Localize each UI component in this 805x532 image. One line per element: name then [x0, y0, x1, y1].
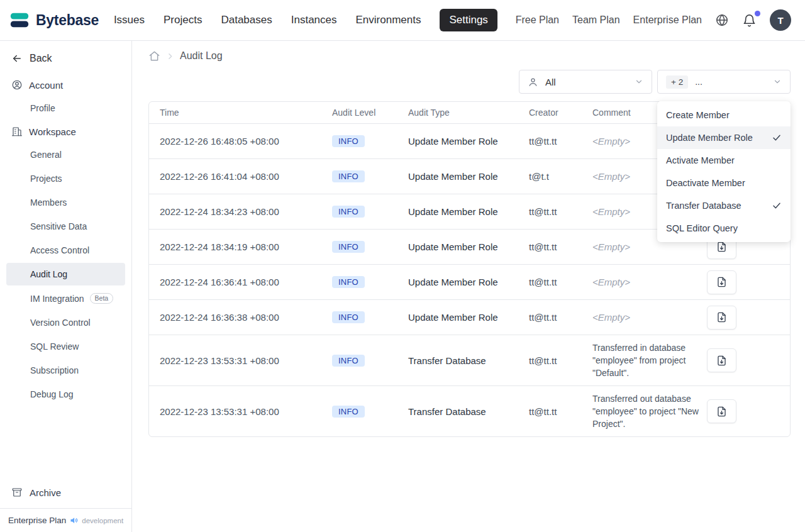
menu-item-label: Create Member — [666, 110, 730, 120]
column-header-audit-type: Audit Type — [408, 108, 529, 118]
audit-creator: tt@tt.tt — [529, 312, 592, 323]
audit-level-badge: INFO — [332, 355, 365, 367]
sidebar-item-access-control[interactable]: Access Control — [6, 239, 125, 262]
audit-creator: tt@tt.tt — [529, 241, 592, 252]
archive-label: Archive — [30, 487, 61, 498]
language-translate-icon[interactable] — [715, 13, 729, 27]
document-export-icon — [716, 241, 728, 253]
sidebar-item-projects[interactable]: Projects — [6, 167, 125, 190]
type-filter-tag: + 2 — [666, 75, 688, 89]
section-header-workspace: Workspace — [6, 120, 125, 143]
audit-level-badge: INFO — [332, 276, 365, 288]
back-button[interactable]: Back — [6, 48, 125, 74]
account-section-label: Account — [29, 80, 63, 91]
app-root: Bytebase Issues Projects Databases Insta… — [0, 0, 805, 532]
bytebase-logo-text: Bytebase — [36, 12, 99, 29]
audit-creator: tt@tt.tt — [529, 406, 592, 417]
audit-type-filter-select[interactable]: + 2 ... — [657, 70, 791, 94]
bytebase-logo[interactable]: Bytebase — [9, 9, 99, 31]
audit-comment: Transferred out database "employee" to p… — [592, 386, 707, 436]
environment-mode-label: development — [82, 517, 123, 524]
creator-filter-select[interactable]: All — [519, 70, 652, 94]
nav-item-instances[interactable]: Instances — [291, 14, 337, 26]
settings-sidebar: Back Account Profile — [0, 41, 132, 532]
breadcrumb-current: Audit Log — [180, 50, 223, 62]
nav-item-databases[interactable]: Databases — [221, 14, 272, 26]
menu-item-activate-member[interactable]: Activate Member — [657, 149, 791, 172]
menu-item-label: SQL Editor Query — [666, 223, 738, 233]
audit-time: 2022-12-24 16:36:38 +08:00 — [160, 312, 332, 323]
audit-creator: tt@tt.tt — [529, 206, 592, 217]
im-integration-label: IM Integration — [30, 294, 84, 304]
audit-time: 2022-12-23 13:53:31 +08:00 — [160, 406, 332, 417]
breadcrumb-chevron-icon — [166, 52, 174, 60]
section-header-account: Account — [6, 74, 125, 96]
export-row-button[interactable] — [707, 348, 736, 372]
audit-comment: <Empty> — [592, 270, 707, 295]
export-row-button[interactable] — [707, 399, 736, 423]
sidebar-item-subscription[interactable]: Subscription — [6, 359, 125, 382]
filter-bar: All + 2 ... — [148, 70, 791, 94]
sidebar-item-profile[interactable]: Profile — [6, 97, 125, 119]
audit-level-badge: INFO — [332, 406, 365, 418]
sidebar-item-sensitive-data[interactable]: Sensitive Data — [6, 215, 125, 238]
menu-item-update-member-role[interactable]: Update Member Role — [657, 126, 791, 149]
table-row: 2022-12-24 16:36:41 +08:00 INFO Update M… — [149, 265, 790, 300]
audit-comment: <Empty> — [592, 305, 707, 330]
check-icon — [772, 201, 782, 211]
team-plan-link[interactable]: Team Plan — [572, 14, 620, 26]
table-row: 2022-12-23 13:53:31 +08:00 INFO Transfer… — [149, 386, 790, 436]
type-filter-ellipsis: ... — [695, 77, 702, 87]
audit-time: 2022-12-24 16:36:41 +08:00 — [160, 277, 332, 287]
audit-time: 2022-12-24 18:34:19 +08:00 — [160, 241, 332, 252]
audit-time: 2022-12-26 16:48:05 +08:00 — [160, 136, 332, 147]
audit-type: Transfer Database — [408, 355, 529, 366]
audit-creator: t@t.t — [529, 171, 592, 182]
home-icon[interactable] — [148, 50, 160, 62]
enterprise-plan-link[interactable]: Enterprise Plan — [633, 14, 702, 26]
menu-item-deactivate-member[interactable]: Deactivate Member — [657, 172, 791, 194]
menu-item-transfer-database[interactable]: Transfer Database — [657, 194, 791, 217]
export-row-button[interactable] — [707, 306, 736, 330]
breadcrumb: Audit Log — [148, 48, 791, 64]
main-menu: Issues Projects Databases Instances Envi… — [114, 9, 497, 31]
audit-type: Update Member Role — [408, 136, 529, 147]
column-header-time: Time — [160, 108, 332, 118]
export-row-button[interactable] — [707, 270, 736, 294]
beta-badge: Beta — [90, 293, 114, 304]
document-export-icon — [716, 406, 728, 418]
menu-item-label: Deactivate Member — [666, 178, 745, 188]
nav-item-settings[interactable]: Settings — [440, 9, 497, 31]
user-avatar[interactable]: T — [770, 9, 791, 31]
menu-item-label: Update Member Role — [666, 133, 753, 143]
speaker-icon — [69, 516, 79, 525]
sidebar-item-members[interactable]: Members — [6, 191, 125, 214]
sidebar-item-audit-log[interactable]: Audit Log — [6, 263, 125, 285]
sidebar-item-sql-review[interactable]: SQL Review — [6, 335, 125, 358]
nav-item-issues[interactable]: Issues — [114, 14, 145, 26]
audit-type: Update Member Role — [408, 171, 529, 182]
notifications-bell-icon[interactable] — [742, 13, 757, 28]
sidebar-item-im-integration[interactable]: IM Integration Beta — [6, 287, 125, 310]
audit-creator: tt@tt.tt — [529, 136, 592, 147]
top-navbar: Bytebase Issues Projects Databases Insta… — [0, 0, 805, 41]
table-row: 2022-12-23 13:53:31 +08:00 INFO Transfer… — [149, 335, 790, 386]
nav-item-projects[interactable]: Projects — [164, 14, 202, 26]
audit-time: 2022-12-26 16:41:04 +08:00 — [160, 171, 332, 182]
audit-creator: tt@tt.tt — [529, 277, 592, 287]
audit-level-badge: INFO — [332, 206, 365, 218]
bytebase-logo-icon — [9, 9, 30, 31]
document-export-icon — [716, 276, 728, 288]
sidebar-item-debug-log[interactable]: Debug Log — [6, 383, 125, 406]
sidebar-item-version-control[interactable]: Version Control — [6, 311, 125, 334]
document-export-icon — [716, 355, 728, 367]
nav-item-environments[interactable]: Environments — [356, 14, 421, 26]
table-row: 2022-12-24 16:36:38 +08:00 INFO Update M… — [149, 300, 790, 335]
archive-button[interactable]: Archive — [6, 480, 125, 504]
menu-item-create-member[interactable]: Create Member — [657, 104, 791, 126]
sidebar-item-general[interactable]: General — [6, 143, 125, 166]
back-label: Back — [30, 53, 52, 64]
free-plan-link[interactable]: Free Plan — [516, 14, 559, 26]
menu-item-sql-editor-query[interactable]: SQL Editor Query — [657, 217, 791, 240]
audit-log-page: Audit Log All + 2 ... — [132, 41, 805, 532]
